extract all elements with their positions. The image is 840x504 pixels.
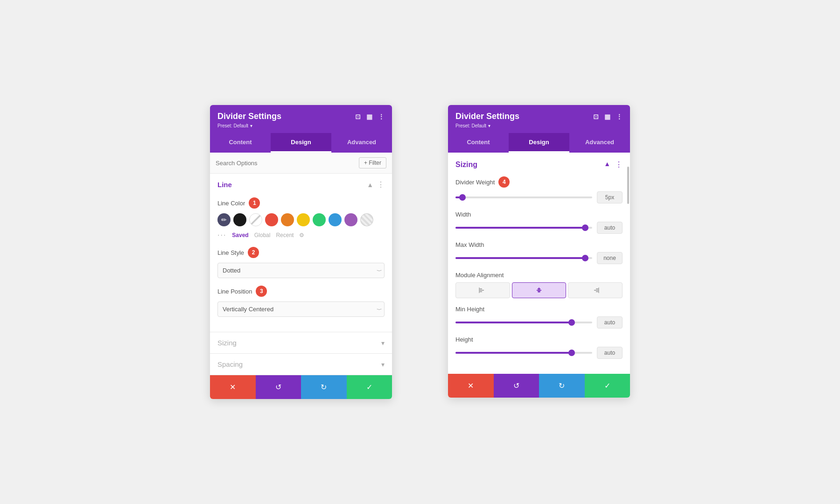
width-slider: auto [455, 222, 623, 234]
right-more-icon[interactable]: ⋮ [616, 113, 623, 120]
tab-content-right[interactable]: Content [448, 133, 509, 153]
sizing-section-header-left[interactable]: Sizing ▾ [210, 332, 392, 353]
sizing-chevron-icon-left[interactable]: ▾ [381, 339, 385, 347]
focus-icon[interactable]: ⊡ [355, 113, 361, 120]
more-icon[interactable]: ⋮ [378, 113, 385, 120]
left-cancel-button[interactable]: ✕ [210, 375, 256, 399]
right-undo-button[interactable]: ↺ [494, 374, 539, 398]
svg-rect-8 [596, 288, 599, 289]
right-save-button[interactable]: ✓ [585, 374, 630, 398]
left-redo-button[interactable]: ↻ [301, 375, 347, 399]
max-width-field: Max Width none [455, 241, 623, 264]
svg-rect-9 [594, 290, 599, 291]
height-fill [455, 352, 572, 354]
right-cancel-button[interactable]: ✕ [448, 374, 494, 398]
filter-button[interactable]: + Filter [359, 157, 386, 168]
divider-weight-field: Divider Weight 4 5px [455, 176, 623, 203]
max-width-label: Max Width [455, 241, 623, 248]
right-layout-icon[interactable]: ▦ [604, 113, 610, 120]
search-input[interactable] [216, 160, 359, 167]
height-field: Height auto [455, 336, 623, 359]
layout-icon[interactable]: ▦ [366, 113, 372, 120]
color-picker-swatch[interactable]: ✏ [217, 213, 231, 226]
spacing-chevron-icon-left[interactable]: ▾ [381, 361, 385, 368]
line-chevron-up-icon[interactable]: ▲ [367, 181, 373, 189]
line-color-label: Line Color 1 [217, 197, 385, 209]
module-alignment-buttons [455, 282, 623, 298]
divider-weight-value: 5px [597, 191, 623, 203]
module-alignment-label: Module Alignment [455, 272, 623, 279]
left-preset[interactable]: Preset: Default ▾ [217, 123, 385, 128]
line-position-select[interactable]: Vertically Centered Top Bottom [217, 301, 385, 317]
spacing-section-header-left[interactable]: Spacing ▾ [210, 354, 392, 375]
right-scrollbar[interactable] [627, 167, 629, 204]
min-height-slider: auto [455, 316, 623, 329]
width-track [455, 227, 592, 229]
spacing-section-left: Spacing ▾ [210, 354, 392, 375]
tab-design-right[interactable]: Design [509, 133, 569, 153]
swatch-striped[interactable] [360, 213, 373, 226]
right-focus-icon[interactable]: ⊡ [593, 113, 599, 120]
module-alignment-field: Module Alignment [455, 272, 623, 298]
align-center-button[interactable] [512, 282, 567, 298]
tab-advanced-left[interactable]: Advanced [331, 133, 392, 153]
swatch-orange[interactable] [281, 213, 294, 226]
height-thumb[interactable] [568, 350, 575, 356]
color-tab-recent[interactable]: Recent [276, 232, 294, 238]
line-color-field: Line Color 1 ✏ [217, 197, 385, 239]
min-height-thumb[interactable] [568, 319, 575, 326]
line-style-field: Line Style 2 Dotted Solid Dashed Double [217, 247, 385, 278]
min-height-track [455, 322, 592, 323]
swatch-blue[interactable] [329, 213, 342, 226]
swatch-yellow[interactable] [297, 213, 310, 226]
color-gear-icon[interactable]: ⚙ [299, 232, 304, 238]
swatch-green[interactable] [313, 213, 326, 226]
right-preset[interactable]: Preset: Default ▾ [455, 123, 623, 128]
step-badge-1: 1 [249, 197, 260, 209]
align-right-button[interactable] [568, 282, 623, 298]
line-style-select[interactable]: Dotted Solid Dashed Double [217, 263, 385, 278]
width-value: auto [597, 222, 623, 234]
line-section-content: Line Color 1 ✏ [210, 196, 392, 332]
right-panel-title: Divider Settings [455, 112, 519, 121]
left-tabs: Content Design Advanced [210, 133, 392, 153]
max-width-track [455, 257, 592, 259]
swatch-red[interactable] [265, 213, 278, 226]
min-height-label: Min Height [455, 306, 623, 313]
swatch-purple[interactable] [344, 213, 357, 226]
step-badge-4: 4 [498, 176, 510, 188]
swatch-white[interactable] [249, 213, 262, 226]
sizing-collapse-icon[interactable]: ▲ [604, 160, 610, 169]
color-tab-saved[interactable]: Saved [232, 232, 248, 238]
sizing-header-icons: ▲ ⋮ [604, 160, 623, 169]
right-content: Sizing ▲ ⋮ Divider Weight 4 [448, 153, 630, 374]
line-dots-icon[interactable]: ⋮ [377, 180, 385, 189]
width-thumb[interactable] [582, 224, 588, 231]
sizing-title-right: Sizing [455, 161, 477, 169]
line-section-title: Line [217, 181, 232, 189]
left-undo-button[interactable]: ↺ [256, 375, 301, 399]
left-footer: ✕ ↺ ↻ ✓ [210, 375, 392, 399]
sizing-dots-icon[interactable]: ⋮ [615, 160, 623, 169]
swatch-black[interactable] [233, 213, 246, 226]
color-tab-global[interactable]: Global [254, 232, 271, 238]
right-panel-header: Divider Settings ⊡ ▦ ⋮ Preset: Default ▾ [448, 105, 630, 133]
height-value: auto [597, 347, 623, 359]
spacing-title-left: Spacing [217, 360, 243, 368]
line-position-field: Line Position 3 Vertically Centered Top … [217, 286, 385, 317]
step-badge-2: 2 [248, 247, 259, 258]
color-tabs-row: ··· Saved Global Recent ⚙ [217, 231, 385, 239]
divider-weight-slider: 5px [455, 191, 623, 203]
tab-design-left[interactable]: Design [271, 133, 331, 153]
divider-weight-thumb[interactable] [459, 194, 466, 201]
right-tabs: Content Design Advanced [448, 133, 630, 153]
right-redo-button[interactable]: ↻ [539, 374, 585, 398]
line-section-header[interactable]: Line ▲ ⋮ [210, 174, 392, 196]
right-header-icons: ⊡ ▦ ⋮ [593, 113, 623, 120]
align-left-button[interactable] [455, 282, 510, 298]
tab-content-left[interactable]: Content [210, 133, 271, 153]
max-width-thumb[interactable] [582, 255, 588, 261]
left-save-button[interactable]: ✓ [347, 375, 392, 399]
tab-advanced-right[interactable]: Advanced [569, 133, 630, 153]
max-width-fill [455, 257, 585, 259]
